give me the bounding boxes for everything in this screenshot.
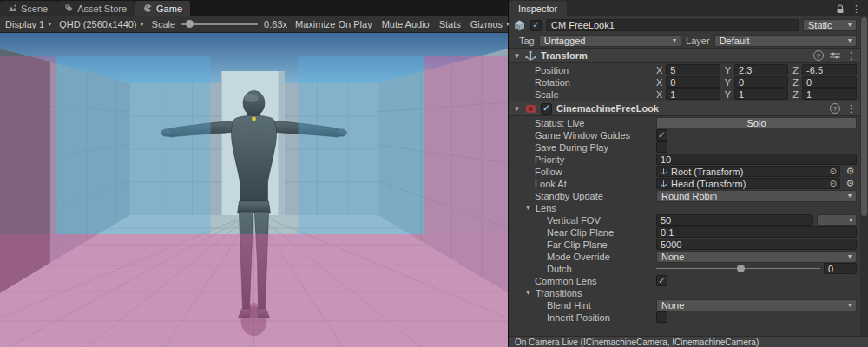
inspector-scrollbar[interactable] (860, 16, 868, 336)
follow-object-field[interactable]: Root (Transform) ⊙ (656, 166, 840, 177)
scale-label: Scale (152, 19, 176, 29)
object-picker-icon[interactable]: ⊙ (830, 179, 837, 188)
gameobject-active-checkbox[interactable]: ✓ (530, 20, 542, 31)
scrollbar-thumb[interactable] (861, 17, 867, 216)
far-clip-label: Far Clip Plane (547, 239, 656, 250)
inspector-menu-icon[interactable]: ⋮ (852, 4, 861, 14)
mode-override-dropdown[interactable]: None ▾ (656, 251, 857, 263)
common-lens-checkbox[interactable]: ✓ (656, 275, 667, 286)
far-clip-field[interactable]: 5000 (656, 239, 857, 250)
blend-hint-value: None (661, 300, 684, 311)
freelook-header[interactable]: ▼ ✓ CinemachineFreeLook ? ⋮ (509, 101, 860, 116)
rotation-x-field[interactable]: 0 (666, 76, 720, 88)
scale-x-field[interactable]: 1 (666, 88, 720, 100)
object-picker-icon[interactable]: ⊙ (830, 167, 837, 176)
gear-icon[interactable]: ⚙ (844, 166, 857, 177)
dutch-field[interactable]: 0 (824, 263, 857, 274)
presets-icon[interactable] (830, 51, 840, 60)
priority-field[interactable]: 10 (656, 154, 857, 165)
lens-preset-dropdown[interactable]: ▾ (817, 214, 857, 226)
tab-asset-store[interactable]: Asset Store (56, 1, 135, 16)
character-head-highlight (245, 94, 259, 102)
inherit-position-checkbox[interactable] (656, 311, 667, 323)
static-dropdown[interactable]: Static ▾ (803, 19, 857, 31)
freelook-enabled-checkbox[interactable]: ✓ (541, 103, 552, 115)
vertical-fov-field[interactable]: 50 (656, 214, 813, 226)
scale-slider[interactable] (181, 23, 258, 25)
rotation-y-field[interactable]: 0 (734, 76, 788, 88)
transform-icon (525, 50, 536, 62)
tab-scene[interactable]: Scene (0, 1, 56, 16)
maximize-on-play-button[interactable]: Maximize On Play (295, 19, 372, 29)
gear-icon[interactable]: ⚙ (844, 178, 857, 189)
standby-update-dropdown[interactable]: Round Robin ▾ (656, 190, 857, 202)
common-lens-label: Common Lens (535, 276, 656, 286)
hard-zone-bottom (0, 234, 508, 347)
display-dropdown[interactable]: Display 1 ▾ (5, 19, 51, 29)
gizmos-dropdown-label: Gizmos (470, 19, 503, 29)
gameobject-name-field[interactable]: CM FreeLook1 (546, 19, 799, 31)
hard-zone-left (0, 56, 56, 234)
dutch-slider[interactable] (656, 263, 820, 274)
position-y-field[interactable]: 2.3 (734, 64, 788, 75)
look-at-label: Look At (535, 179, 656, 189)
check-icon: ✓ (658, 131, 665, 140)
inspector-tab-icons: ⋮ (836, 4, 868, 16)
game-viewport[interactable] (0, 33, 508, 347)
axis-z-label: Z (792, 89, 799, 100)
help-icon[interactable]: ? (830, 103, 840, 114)
tag-dropdown[interactable]: Untagged ▾ (539, 35, 681, 47)
layer-dropdown[interactable]: Default ▾ (714, 35, 857, 47)
foldout-icon: ▼ (524, 204, 532, 212)
tab-inspector[interactable]: Inspector (509, 1, 567, 16)
foldout-icon: ▼ (524, 289, 532, 297)
blend-hint-dropdown[interactable]: None ▾ (656, 299, 857, 311)
position-z-field[interactable]: -6.5 (802, 64, 857, 75)
rotation-z-field[interactable]: 0 (802, 76, 857, 88)
lock-icon[interactable] (836, 4, 845, 14)
transform-header[interactable]: ▼ Transform ? ⋮ (509, 48, 860, 63)
inherit-position-row: Inherit Position (509, 311, 860, 323)
scale-y-field[interactable]: 1 (734, 88, 788, 100)
chevron-down-icon: ▾ (48, 21, 51, 28)
asset-store-icon (64, 3, 74, 13)
axis-y-label: Y (725, 89, 731, 100)
solo-button[interactable]: Solo (656, 117, 857, 128)
gizmos-dropdown[interactable]: Gizmos ▾ (470, 19, 510, 29)
chevron-down-icon: ▾ (673, 37, 676, 44)
foldout-icon[interactable]: ▼ (513, 52, 521, 60)
tag-dropdown-value: Untagged (544, 36, 586, 46)
near-clip-row: Near Clip Plane 0.1 (509, 226, 860, 238)
lens-foldout[interactable]: ▼Lens (509, 202, 860, 213)
save-during-play-checkbox[interactable] (656, 141, 667, 153)
chevron-down-icon: ▾ (848, 37, 852, 44)
position-x-field[interactable]: 5 (666, 64, 720, 75)
stats-button[interactable]: Stats (439, 19, 461, 29)
kebab-menu-icon[interactable]: ⋮ (846, 104, 856, 114)
look-at-object-field[interactable]: Head (Transform) ⊙ (656, 178, 840, 189)
dutch-slider-thumb[interactable] (737, 265, 745, 272)
near-clip-field[interactable]: 0.1 (656, 226, 857, 238)
chevron-down-icon: ▾ (141, 21, 144, 28)
foldout-icon[interactable]: ▼ (513, 105, 521, 113)
resolution-dropdown[interactable]: QHD (2560x1440) ▾ (59, 19, 143, 29)
help-icon[interactable]: ? (813, 50, 824, 61)
transitions-foldout[interactable]: ▼Transitions (509, 287, 860, 298)
game-render (0, 33, 508, 347)
mute-audio-button[interactable]: Mute Audio (382, 19, 430, 29)
tag-label: Tag (519, 36, 535, 46)
follow-label: Follow (535, 167, 656, 177)
axis-z-label: Z (792, 77, 799, 88)
kebab-menu-icon[interactable]: ⋮ (846, 51, 856, 61)
dutch-label: Dutch (547, 264, 656, 274)
transform-title: Transform (541, 50, 588, 61)
inherit-position-label: Inherit Position (547, 312, 656, 323)
tab-game[interactable]: Game (135, 1, 191, 16)
soft-zone-left (56, 56, 211, 234)
game-window-guides-checkbox[interactable]: ✓ (656, 129, 667, 141)
scale-z-field[interactable]: 1 (802, 88, 857, 100)
blend-hint-row: Blend Hint None ▾ (509, 299, 860, 311)
scale-slider-thumb[interactable] (186, 20, 194, 28)
check-icon: ✓ (542, 104, 549, 113)
tag-layer-row: Tag Untagged ▾ Layer Default ▾ (509, 33, 860, 48)
